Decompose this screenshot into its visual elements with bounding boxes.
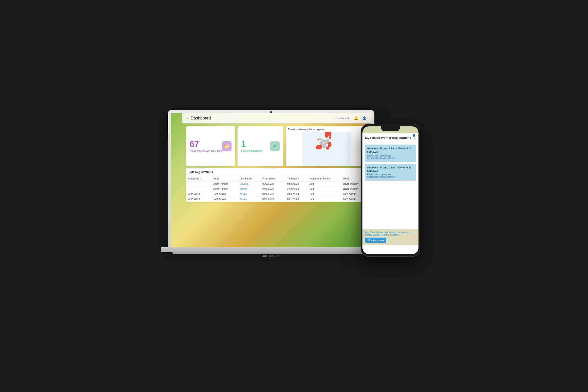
cell-employee-id: AFP323239	[186, 192, 211, 197]
map-card: Travel underway without registra...	[286, 126, 368, 166]
cell-till: 09/09/2020	[285, 182, 307, 186]
cell-status: Draft	[307, 186, 341, 192]
cell-employee-id: AFP323239	[186, 197, 211, 202]
reg-coordinator: Coordinator: Rachel Robins	[367, 157, 414, 160]
reg-status: Registration in progress	[367, 154, 414, 157]
registrations-table: Employee ID Name Destination From When? …	[186, 176, 368, 202]
filed-reg-label: Filed Registrations	[241, 149, 262, 152]
iphone-user-icon[interactable]: 👤	[411, 133, 417, 138]
cell-name: Oliver Trundley	[211, 182, 237, 186]
cell-till: 27/09/2020	[285, 186, 307, 192]
cell-from: 01/10/2020	[260, 197, 285, 202]
late-registrations-table: Late Registrations Employee ID Name Dest…	[186, 168, 368, 202]
table-row: AFP323239 Bob1 Austria Austria 01/09/202…	[186, 192, 368, 197]
col-from: From When?	[260, 176, 285, 182]
reg-coordinator: Coordinator: Rachel Robins	[367, 176, 414, 178]
iphone-notch	[381, 126, 400, 131]
cell-from: 27/09/2020	[260, 186, 285, 192]
iphone-screen: 👤 My Posted Worker Registrations × Germa…	[362, 126, 419, 254]
filed-reg-number: 1	[241, 140, 262, 148]
map-title: Travel underway without registra...	[286, 126, 368, 132]
macbook-screen-outer: Z ⊞ 🛡 📄 👥 📅 🌐 📊 ☰ 📁 ⚡	[171, 113, 371, 248]
macbook-camera	[270, 111, 272, 113]
col-destination: Destination	[237, 176, 260, 182]
cell-till: 06/10/2020	[285, 197, 307, 202]
bottom-notification: New Task: Please click here to complete …	[362, 229, 419, 245]
top-bar-left: ⤢ Dashboard	[186, 116, 211, 121]
cards-row: 67 Active Posted Worker Cases 📁 1	[182, 124, 371, 166]
modal-title: My Posted Worker Registrations	[365, 136, 412, 140]
macbook-brand: MacBook Air	[261, 254, 281, 258]
active-cases-left: 67 Active Posted Worker Cases	[190, 140, 222, 152]
top-bar: ⤢ Dashboard Dashboard 🔔 👤	[182, 113, 371, 124]
cell-destination[interactable]: Austria	[237, 192, 260, 197]
filed-reg-left: 1 Filed Registrations	[241, 140, 262, 152]
macbook-bottom	[172, 252, 370, 254]
active-cases-number: 67	[190, 140, 222, 148]
col-employee-id: Employee ID	[186, 176, 211, 182]
registration-card[interactable]: Germany - From 14 Sep 2020 until 23 Sep …	[365, 164, 416, 181]
cell-status: Draft	[307, 192, 341, 197]
page-title: Dashboard	[191, 116, 211, 121]
reg-title: Germany - From 13 Sep 2020 until 13 Sep …	[367, 147, 414, 154]
cell-status: Draft	[307, 197, 341, 202]
reg-title: Germany - From 14 Sep 2020 until 23 Sep …	[367, 166, 414, 172]
col-name: Name	[211, 176, 237, 182]
table-row: Oliver Trundley Slovenia 09/09/2020 09/0…	[186, 182, 368, 186]
col-status: Registration Status	[307, 176, 341, 182]
macbook: Z ⊞ 🛡 📄 👥 📅 🌐 📊 ☰ 📁 ⚡	[168, 110, 374, 271]
col-till: Till When?	[285, 176, 307, 182]
cell-name: Bob1 Austria	[211, 192, 237, 197]
europe-map	[286, 132, 368, 166]
user-avatar[interactable]: 👤	[361, 115, 368, 121]
macbook-screen-inner: Z ⊞ 🛡 📄 👥 📅 🌐 📊 ☰ 📁 ⚡	[171, 113, 371, 248]
notif-link[interactable]: Posted Worker - Germany details	[365, 234, 399, 236]
notification-text: New Task: Please click here to complete …	[365, 231, 416, 236]
complete-info-button[interactable]: Complete Info	[365, 238, 386, 243]
cell-name: Oliver Trundley	[211, 186, 237, 192]
notif-prefix: New Task: Please click here to complete …	[365, 231, 411, 234]
notif-suffix: .	[399, 234, 400, 236]
active-cases-icon: 📁	[222, 141, 231, 151]
table-row: Oliver Trundley Ireland 27/09/2020 27/09…	[186, 186, 368, 192]
registration-card[interactable]: Germany - From 13 Sep 2020 until 13 Sep …	[365, 144, 416, 162]
macbook-body: Z ⊞ 🛡 📄 👥 📅 🌐 📊 ☰ 📁 ⚡	[168, 110, 374, 248]
cell-employee-id	[186, 186, 211, 192]
cell-name: Bob1 Austria	[211, 197, 237, 202]
active-cases-label: Active Posted Worker Cases	[190, 149, 222, 152]
table-title: Late Registrations	[189, 170, 213, 174]
filed-registrations-card[interactable]: 1 Filed Registrations ✔	[237, 126, 283, 166]
filed-reg-icon: ✔	[270, 141, 280, 151]
scene: Z ⊞ 🛡 📄 👥 📅 🌐 📊 ☰ 📁 ⚡	[168, 110, 420, 282]
table-row: AFP323239 Bob1 Austria Austria 01/10/202…	[186, 197, 368, 202]
modal-header: My Posted Worker Registrations ×	[362, 133, 419, 142]
reg-status: Registration in progress	[367, 173, 414, 176]
macbook-base	[161, 247, 381, 252]
cell-till: 30/09/2020	[285, 192, 307, 197]
iphone-top-bar: 👤	[411, 133, 417, 138]
cell-destination[interactable]: Austria	[237, 197, 260, 202]
cell-destination[interactable]: Ireland	[237, 186, 260, 192]
cell-destination[interactable]: Slovenia	[237, 182, 260, 186]
iphone: 👤 My Posted Worker Registrations × Germa…	[361, 124, 420, 257]
bell-icon[interactable]: 🔔	[354, 116, 358, 120]
modal-body: Germany - From 13 Sep 2020 until 13 Sep …	[362, 142, 419, 185]
active-cases-card[interactable]: 67 Active Posted Worker Cases 📁	[186, 126, 235, 166]
cell-status: Draft	[307, 182, 341, 186]
breadcrumb[interactable]: Dashboard	[334, 116, 351, 120]
cell-from: 09/09/2020	[260, 182, 285, 186]
map-container: + -	[286, 132, 368, 166]
cell-employee-id	[186, 182, 211, 186]
top-bar-right: Dashboard 🔔 👤	[334, 115, 368, 121]
cell-from: 01/09/2020	[260, 192, 285, 197]
expand-icon[interactable]: ⤢	[186, 116, 189, 120]
table-header: Late Registrations	[186, 168, 368, 176]
